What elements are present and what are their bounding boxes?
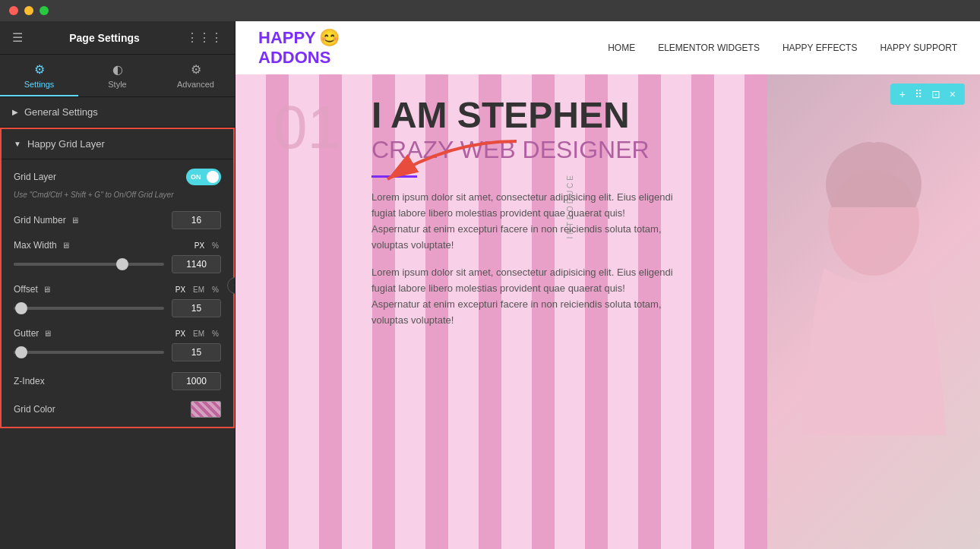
gutter-monitor-icon: 🖥 — [43, 329, 52, 338]
offset-units: PX EM % — [173, 285, 221, 295]
grid-layer-help: Use "Cmd/Ctrl + Shift + G" to On/Off Gri… — [14, 190, 221, 200]
traffic-light-red[interactable] — [9, 6, 18, 15]
gutter-label: Gutter 🖥 — [14, 328, 52, 339]
max-width-slider-fill — [14, 263, 122, 266]
style-tab-icon: ◐ — [112, 62, 123, 77]
title-bar — [0, 0, 980, 21]
main-layout: ☰ Page Settings ⋮⋮⋮ ⚙ Settings ◐ Style ⚙… — [0, 21, 980, 549]
offset-row: Offset 🖥 PX EM % — [14, 284, 221, 295]
offset-unit-em[interactable]: EM — [191, 285, 207, 295]
preview-logo: HAPPY 😊 ADDONS — [258, 28, 340, 68]
toolbar-move-btn[interactable]: ⠿ — [912, 87, 925, 102]
happy-grid-header[interactable]: ▼ Happy Grid Layer — [2, 129, 233, 159]
z-index-row: Z-Index — [14, 372, 221, 390]
preview-nav-links: HOME ELEMENTOR WIDGETS HAPPY EFFECTS HAP… — [608, 43, 957, 53]
max-width-slider-row — [14, 255, 221, 273]
offset-slider-row — [14, 299, 221, 317]
body-text-1: Lorem ipsum dolor sit amet, consectetur … — [371, 190, 675, 253]
grid-layer-label: Grid Layer — [14, 172, 56, 182]
content-area: HAPPY 😊 ADDONS HOME ELEMENTOR WIDGETS HA… — [236, 21, 980, 549]
advanced-tab-icon: ⚙ — [191, 62, 201, 77]
hamburger-icon[interactable]: ☰ — [12, 30, 23, 45]
offset-slider-track[interactable] — [14, 307, 164, 310]
tab-advanced[interactable]: ⚙ Advanced — [156, 55, 235, 96]
toolbar-copy-btn[interactable]: ⊡ — [928, 87, 944, 102]
z-index-label: Z-Index — [14, 376, 45, 387]
sidebar: ☰ Page Settings ⋮⋮⋮ ⚙ Settings ◐ Style ⚙… — [0, 21, 236, 549]
max-width-slider-track[interactable] — [14, 263, 164, 266]
offset-input[interactable] — [172, 299, 221, 317]
toggle-text: ON — [191, 173, 201, 181]
max-width-monitor-icon: 🖥 — [62, 241, 70, 250]
intro-number: 01 — [273, 97, 341, 158]
nav-support[interactable]: HAPPY SUPPORT — [880, 43, 957, 53]
gutter-units: PX EM % — [173, 329, 221, 339]
grid-icon[interactable]: ⋮⋮⋮ — [186, 30, 223, 45]
max-width-label: Max Width 🖥 — [14, 240, 70, 251]
nav-home[interactable]: HOME — [608, 43, 635, 53]
offset-monitor-icon: 🖥 — [43, 285, 51, 294]
sidebar-title: Page Settings — [23, 32, 186, 44]
general-settings-label: General Settings — [24, 106, 98, 118]
offset-slider-knob[interactable] — [15, 302, 27, 314]
grid-number-monitor-icon: 🖥 — [71, 216, 79, 225]
widget-toolbar: + ⠿ ⊡ × — [890, 84, 965, 105]
nav-effects[interactable]: HAPPY EFFECTS — [782, 43, 857, 53]
gutter-row: Gutter 🖥 PX EM % — [14, 328, 221, 339]
gutter-slider-track[interactable] — [14, 351, 164, 354]
toggle-knob — [207, 171, 219, 183]
z-index-input[interactable] — [172, 372, 221, 390]
grid-number-label: Grid Number 🖥 — [14, 215, 79, 226]
grid-color-label: Grid Color — [14, 404, 55, 415]
panel-content: Grid Layer ON Use "Cmd/Ctrl + Shift + G"… — [2, 159, 233, 427]
grid-number-input[interactable] — [172, 211, 221, 229]
nav-widgets[interactable]: ELEMENTOR WIDGETS — [658, 43, 760, 53]
toolbar-add-btn[interactable]: + — [896, 87, 909, 102]
gutter-unit-px[interactable]: PX — [173, 329, 188, 339]
grid-color-row: Grid Color — [14, 401, 221, 418]
tab-style[interactable]: ◐ Style — [78, 55, 156, 96]
gutter-slider-row — [14, 343, 221, 361]
logo-happy: HAPPY 😊 — [258, 28, 340, 48]
preview-navbar: HAPPY 😊 ADDONS HOME ELEMENTOR WIDGETS HA… — [236, 21, 980, 74]
offset-unit-px[interactable]: PX — [173, 285, 188, 295]
grid-layer-toggle[interactable]: ON — [186, 169, 221, 185]
max-width-units: PX % — [192, 241, 221, 251]
max-width-slider-knob[interactable] — [116, 258, 128, 270]
style-tab-label: Style — [108, 80, 126, 89]
sidebar-header: ☰ Page Settings ⋮⋮⋮ — [0, 21, 235, 55]
traffic-light-yellow[interactable] — [24, 6, 33, 15]
max-width-unit-percent[interactable]: % — [210, 241, 221, 251]
traffic-light-green[interactable] — [40, 6, 49, 15]
preview-text-area: I AM STEPHEN CRAZY WEB DESIGNER Lorem ip… — [371, 97, 980, 341]
general-settings-header[interactable]: ▶ General Settings — [0, 97, 235, 128]
gutter-input[interactable] — [172, 343, 221, 361]
offset-unit-percent[interactable]: % — [210, 285, 221, 295]
body-text-2: Lorem ipsum dolor sit amet, consectetur … — [371, 265, 675, 328]
toolbar-close-btn[interactable]: × — [947, 87, 959, 102]
max-width-unit-px[interactable]: PX — [192, 241, 207, 251]
gutter-unit-percent[interactable]: % — [210, 329, 221, 339]
happy-grid-panel: ▼ Happy Grid Layer Grid Layer ON Use "Cm… — [0, 128, 235, 428]
happy-grid-chevron: ▼ — [14, 140, 21, 148]
hero-content: 01 I AM STEPHEN CRAZY WEB DESIGNER Lorem… — [273, 97, 980, 341]
tabs-container: ⚙ Settings ◐ Style ⚙ Advanced — [0, 55, 235, 97]
logo-emoji: 😊 — [319, 28, 340, 48]
title-divider — [371, 175, 417, 178]
gutter-slider-knob[interactable] — [15, 346, 27, 358]
gutter-unit-em[interactable]: EM — [191, 329, 207, 339]
settings-tab-label: Settings — [24, 80, 55, 89]
max-width-row: Max Width 🖥 PX % — [14, 240, 221, 251]
website-preview: HAPPY 😊 ADDONS HOME ELEMENTOR WIDGETS HA… — [236, 21, 980, 549]
grid-layer-row: Grid Layer ON — [14, 169, 221, 185]
advanced-tab-label: Advanced — [177, 80, 214, 89]
grid-number-row: Grid Number 🖥 — [14, 211, 221, 229]
grid-color-swatch[interactable] — [191, 401, 221, 418]
grid-layer-toggle-container: ON — [186, 169, 221, 185]
sub-title: CRAZY WEB DESIGNER — [371, 137, 980, 163]
max-width-input[interactable] — [172, 255, 221, 273]
offset-label: Offset 🖥 — [14, 284, 51, 295]
general-settings-chevron: ▶ — [12, 108, 18, 116]
tab-settings[interactable]: ⚙ Settings — [0, 55, 78, 96]
settings-tab-icon: ⚙ — [34, 62, 45, 77]
